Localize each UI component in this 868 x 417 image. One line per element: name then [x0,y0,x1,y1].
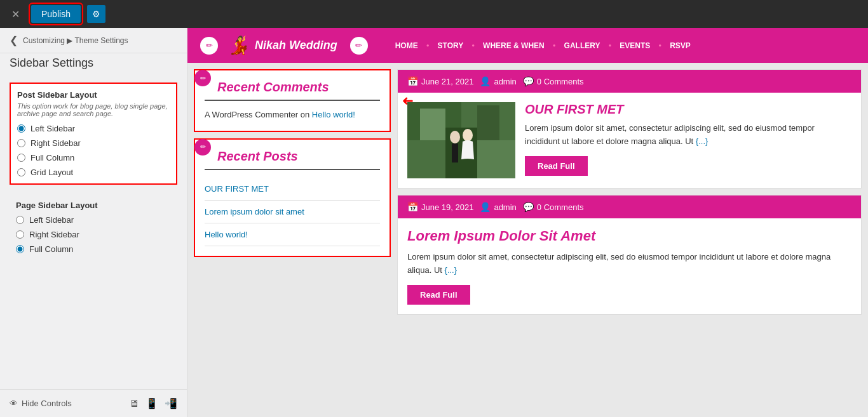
post-link-2[interactable]: Lorem ipsum dolor sit amet [205,207,304,216]
post-body-2: Lorem Ipsum Dolor Sit Amet Lorem ipsum d… [398,218,861,314]
radio-grid-layout-post[interactable]: Grid Layout [17,168,170,177]
nav-story[interactable]: STORY [433,41,469,50]
radio-left-sidebar-post-input[interactable] [17,124,25,133]
radio-full-column-page[interactable]: Full Column [16,244,171,254]
comment-link[interactable]: Hello world! [312,110,355,119]
post-author-text-1: admin [494,77,516,86]
post-layout-options: Left Sidebar Right Sidebar Full Column G… [17,124,170,177]
hide-controls-label: Hide Controls [22,399,72,408]
radio-right-sidebar-post-label: Right Sidebar [31,138,81,148]
nav-links: HOME ● STORY ● WHERE & WHEN ● GALLERY ● … [390,41,696,50]
radio-left-sidebar-page[interactable]: Left Sidebar [16,215,171,225]
svg-point-8 [463,129,473,142]
nav-home[interactable]: HOME [390,41,423,50]
breadcrumb: Customizing ▶ Theme Settings [23,36,128,45]
post-author-2: 👤 admin [480,202,516,212]
page-layout-section: Page Sidebar Layout Left Sidebar Right S… [10,194,177,260]
radio-full-column-post-input[interactable] [17,154,25,162]
preview-area: ✏ 💃 Nikah Wedding ✏ HOME ● STORY ● WHERE… [187,28,868,417]
post-link-1[interactable]: OUR FIRST MET [205,184,269,194]
radio-right-sidebar-post-input[interactable] [17,139,25,147]
radio-full-column-page-input[interactable] [16,245,24,253]
comments-icon: 💬 [523,76,534,86]
nav-dot-5: ● [658,43,661,48]
post-link-3[interactable]: Hello world! [205,230,248,239]
nav-dot-2: ● [471,43,475,48]
nav-rsvp[interactable]: RSVP [665,41,696,50]
comments-widget-edit[interactable]: ✏ [194,70,211,86]
read-full-button-2[interactable]: Read Full [407,285,470,305]
radio-full-column-post[interactable]: Full Column [17,153,170,162]
post-layout-desc: This option work for blog page, blog sin… [17,102,170,117]
site-name: Nikah Wedding [255,39,337,52]
sidebar-panel: ❮ Customizing ▶ Theme Settings Sidebar S… [0,28,187,417]
nav-where-when[interactable]: WHERE & WHEN [478,41,550,50]
recent-comments-title: Recent Comments [205,80,380,95]
desktop-icon[interactable]: 🖥 [129,397,139,409]
hide-controls-button[interactable]: 👁 Hide Controls [10,399,72,408]
post-date-text-2: June 19, 2021 [421,202,473,212]
post-image-1 [407,102,515,178]
radio-right-sidebar-post[interactable]: Right Sidebar [17,138,170,148]
top-bar: ✕ Publish ⚙ [0,0,868,28]
post-title-1: OUR FIRST MET [525,102,851,117]
post-card-2: 📅 June 19, 2021 👤 admin 💬 0 Comments [397,195,862,315]
page-layout-title: Page Sidebar Layout [16,201,171,210]
post-read-link-2[interactable]: {...} [445,265,458,275]
post-body-1: OUR FIRST MET Lorem ipsum dolor sit amet… [398,93,861,188]
radio-right-sidebar-page[interactable]: Right Sidebar [16,230,171,239]
device-icons: 🖥 📱 📲 [129,397,177,409]
nav-gallery[interactable]: GALLERY [559,41,606,50]
radio-left-sidebar-page-input[interactable] [16,216,24,224]
post-layout-section: Post Sidebar Layout This option work for… [10,83,177,185]
sidebar-header: ❮ Customizing ▶ Theme Settings [0,28,187,53]
post-excerpt-1: Lorem ipsum dolor sit amet, consectetur … [525,122,851,149]
nav-dot-4: ● [608,43,611,48]
publish-button[interactable]: Publish [31,5,81,23]
svg-rect-4 [477,105,499,140]
back-button[interactable]: ❮ [10,34,18,46]
author-icon: 👤 [480,76,491,86]
calendar-icon: 📅 [407,76,418,86]
post-date-1: 📅 June 21, 2021 [407,76,473,86]
tablet-icon[interactable]: 📱 [146,397,158,409]
nav-edit-pencil[interactable]: ✏ [200,37,218,55]
post-meta-bar-1: 📅 June 21, 2021 👤 admin 💬 0 Comments [398,70,861,93]
radio-full-column-page-label: Full Column [29,244,73,254]
svg-rect-3 [420,109,445,140]
sidebar-footer: 👁 Hide Controls 🖥 📱 📲 [0,389,187,417]
main-layout: ❮ Customizing ▶ Theme Settings Sidebar S… [0,28,868,417]
posts-divider [205,169,380,170]
list-item: Hello world! [205,223,380,246]
mobile-icon[interactable]: 📲 [165,397,177,409]
nav-events[interactable]: EVENTS [614,41,655,50]
post-layout-title: Post Sidebar Layout [17,90,170,100]
page-layout-options: Left Sidebar Right Sidebar Full Column [16,215,171,254]
post-title-2: Lorem Ipsum Dolor Sit Amet [407,228,851,244]
post-meta-bar-2: 📅 June 19, 2021 👤 admin 💬 0 Comments [398,195,861,218]
eye-icon: 👁 [10,399,18,408]
radio-left-sidebar-post[interactable]: Left Sidebar [17,124,170,133]
gear-button[interactable]: ⚙ [87,5,105,23]
nav-dot-1: ● [426,43,430,48]
read-full-button-1[interactable]: Read Full [525,156,588,176]
list-item: Lorem ipsum dolor sit amet [205,201,380,223]
post-comments-1: 💬 0 Comments [523,76,584,86]
nav-dot-3: ● [553,43,556,48]
close-button[interactable]: ✕ [6,6,25,23]
posts-widget-edit[interactable]: ✏ [194,139,211,156]
excerpt-text-2: Lorem ipsum dolor sit amet, consectetur … [407,252,831,275]
logo-edit-pencil[interactable]: ✏ [350,37,368,55]
svg-rect-7 [452,143,458,162]
post-comments-2: 💬 0 Comments [523,202,584,212]
radio-grid-layout-post-input[interactable] [17,168,25,176]
recent-posts-title: Recent Posts [205,149,380,164]
post-comments-text-2: 0 Comments [537,202,584,212]
comments-divider [205,100,380,101]
comment-prefix: A WordPress Commenter on [205,110,312,119]
post-read-link-1[interactable]: {...} [696,136,709,146]
radio-right-sidebar-page-input[interactable] [16,230,24,239]
post-date-2: 📅 June 19, 2021 [407,202,473,212]
sidebar-content: Post Sidebar Layout This option work for… [0,76,187,276]
radio-grid-layout-post-label: Grid Layout [31,168,73,177]
